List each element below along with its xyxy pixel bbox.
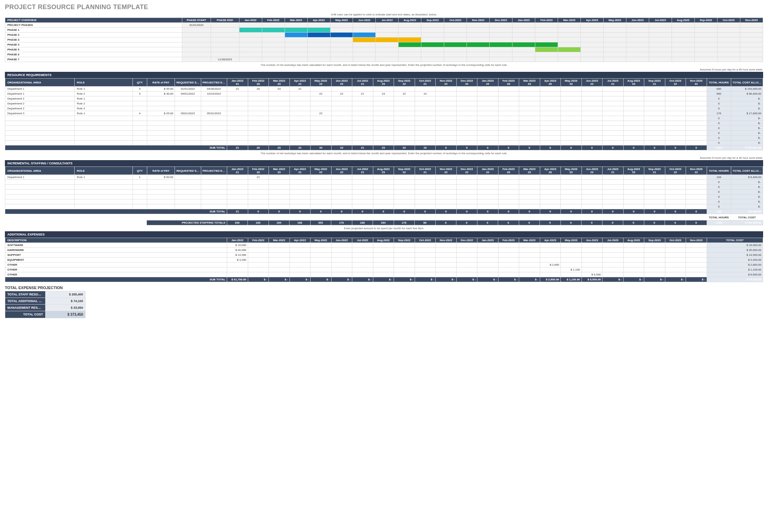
- value-cell[interactable]: [415, 136, 436, 141]
- expense-cell[interactable]: [290, 252, 311, 257]
- value-cell[interactable]: [456, 111, 477, 116]
- gantt-cell[interactable]: [262, 28, 285, 33]
- value-cell[interactable]: [331, 204, 352, 209]
- value-cell[interactable]: [603, 141, 624, 145]
- area-cell[interactable]: [5, 204, 75, 209]
- gantt-cell[interactable]: [649, 28, 672, 33]
- role-cell[interactable]: [75, 121, 132, 126]
- gantt-cell[interactable]: [558, 23, 581, 28]
- end-cell[interactable]: [201, 116, 227, 121]
- expense-cell[interactable]: [436, 252, 457, 257]
- expense-cell[interactable]: [582, 257, 603, 262]
- rate-cell[interactable]: $ 25.00: [147, 111, 175, 116]
- gantt-cell[interactable]: [490, 57, 512, 62]
- value-cell[interactable]: [290, 141, 311, 145]
- value-cell[interactable]: [248, 180, 269, 185]
- value-cell[interactable]: [540, 190, 561, 195]
- value-cell[interactable]: [331, 195, 352, 199]
- value-cell[interactable]: 22: [311, 111, 332, 116]
- value-cell[interactable]: [373, 106, 394, 111]
- end-cell[interactable]: [201, 121, 227, 126]
- gantt-cell[interactable]: [330, 57, 353, 62]
- gantt-cell[interactable]: [285, 52, 307, 57]
- gantt-cell[interactable]: [626, 47, 649, 52]
- end-cell[interactable]: [201, 204, 227, 209]
- value-cell[interactable]: [415, 195, 436, 199]
- expense-cell[interactable]: [456, 267, 477, 272]
- end-cell[interactable]: [201, 195, 227, 199]
- start-cell[interactable]: [175, 199, 201, 204]
- value-cell[interactable]: [352, 101, 373, 106]
- area-cell[interactable]: [5, 185, 75, 190]
- value-cell[interactable]: [394, 136, 415, 141]
- value-cell[interactable]: [603, 126, 624, 131]
- rate-cell[interactable]: [147, 106, 175, 111]
- expense-cell[interactable]: [373, 252, 394, 257]
- area-cell[interactable]: [5, 136, 75, 141]
- value-cell[interactable]: [477, 121, 498, 126]
- value-cell[interactable]: [394, 111, 415, 116]
- value-cell[interactable]: [582, 101, 603, 106]
- value-cell[interactable]: [394, 101, 415, 106]
- gantt-cell[interactable]: [239, 42, 262, 47]
- value-cell[interactable]: [582, 87, 603, 91]
- gantt-cell[interactable]: [558, 33, 581, 37]
- value-cell[interactable]: [603, 111, 624, 116]
- value-cell[interactable]: [373, 96, 394, 101]
- role-cell[interactable]: [75, 204, 132, 209]
- expense-cell[interactable]: [311, 247, 332, 252]
- expense-cell[interactable]: [582, 267, 603, 272]
- start-cell[interactable]: [175, 180, 201, 185]
- value-cell[interactable]: [519, 111, 540, 116]
- value-cell[interactable]: [665, 185, 686, 190]
- gantt-cell[interactable]: [399, 28, 421, 33]
- gantt-cell[interactable]: [694, 23, 717, 28]
- phase-end-cell[interactable]: [211, 42, 239, 47]
- value-cell[interactable]: [311, 185, 332, 190]
- value-cell[interactable]: [227, 136, 248, 141]
- value-cell[interactable]: [227, 126, 248, 131]
- value-cell[interactable]: [686, 141, 707, 145]
- expense-cell[interactable]: [603, 272, 624, 277]
- expense-cell[interactable]: [331, 243, 352, 247]
- expense-cell[interactable]: [686, 272, 707, 277]
- value-cell[interactable]: [227, 199, 248, 204]
- expense-cell[interactable]: [227, 262, 248, 267]
- value-cell[interactable]: [498, 180, 519, 185]
- value-cell[interactable]: [415, 190, 436, 195]
- role-cell[interactable]: [75, 195, 132, 199]
- expense-desc[interactable]: OTHER: [5, 267, 227, 272]
- expense-cell[interactable]: [623, 267, 644, 272]
- value-cell[interactable]: [477, 111, 498, 116]
- value-cell[interactable]: [290, 175, 311, 180]
- value-cell[interactable]: [352, 204, 373, 209]
- value-cell[interactable]: [227, 195, 248, 199]
- expense-cell[interactable]: [269, 243, 290, 247]
- end-cell[interactable]: [201, 175, 227, 180]
- gantt-cell[interactable]: [558, 47, 581, 52]
- gantt-cell[interactable]: [490, 47, 512, 52]
- expense-cell[interactable]: [394, 257, 415, 262]
- value-cell[interactable]: [540, 121, 561, 126]
- expense-cell[interactable]: [477, 247, 498, 252]
- value-cell[interactable]: [498, 116, 519, 121]
- start-cell[interactable]: 01/01/2022: [175, 87, 201, 91]
- expense-cell[interactable]: [623, 247, 644, 252]
- value-cell[interactable]: [603, 180, 624, 185]
- value-cell[interactable]: [519, 106, 540, 111]
- value-cell[interactable]: [269, 185, 290, 190]
- value-cell[interactable]: [331, 96, 352, 101]
- expense-cell[interactable]: [373, 257, 394, 262]
- expense-cell[interactable]: [477, 252, 498, 257]
- gantt-cell[interactable]: [239, 47, 262, 52]
- gantt-cell[interactable]: [285, 42, 307, 47]
- value-cell[interactable]: [331, 87, 352, 91]
- rate-cell[interactable]: [147, 131, 175, 136]
- value-cell[interactable]: [686, 185, 707, 190]
- gantt-cell[interactable]: [649, 23, 672, 28]
- value-cell[interactable]: [498, 195, 519, 199]
- expense-cell[interactable]: [519, 262, 540, 267]
- value-cell[interactable]: [352, 87, 373, 91]
- phase-name[interactable]: PHASE 3: [5, 37, 182, 42]
- value-cell[interactable]: [623, 116, 644, 121]
